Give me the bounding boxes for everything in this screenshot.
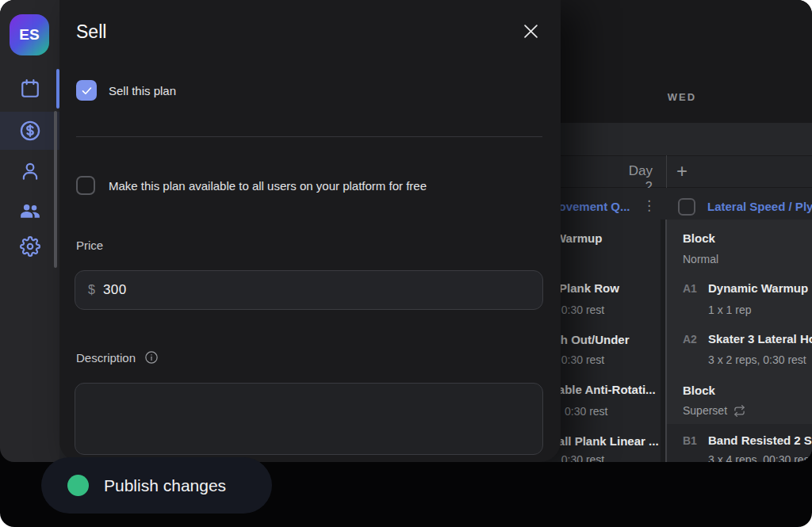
calendar-icon — [20, 78, 40, 99]
checkmark-icon — [81, 85, 93, 97]
exercise-detail: 3 x 4 reps, 00:30 rest — [708, 453, 812, 462]
description-input[interactable] — [75, 383, 543, 455]
exercise-detail: , 0:30 rest — [555, 353, 604, 366]
info-icon[interactable] — [144, 350, 159, 365]
sidebar-item-clients[interactable] — [0, 192, 59, 230]
exercise-name: Band Resisted 2 Step — [708, 433, 812, 447]
modal-title: Sell — [76, 21, 106, 43]
person-icon — [20, 161, 40, 181]
workout-title-link-right[interactable]: Lateral Speed / Plyo — [707, 200, 812, 213]
exercise-name: Plank Row — [559, 281, 619, 295]
app-surface: WED Day 2 + Movement Q... ⋮ Warmup Plank… — [0, 0, 812, 462]
modal-divider — [76, 136, 542, 137]
gear-icon — [20, 236, 40, 257]
sidebar-item-payments[interactable] — [0, 112, 59, 150]
day-column-divider — [666, 155, 667, 188]
sidebar-item-profile[interactable] — [0, 152, 59, 190]
exercise-name: Cable Anti-Rotati... — [550, 383, 656, 396]
block-label: Block — [683, 384, 715, 397]
block-label: Block — [683, 231, 715, 245]
currency-symbol: $ — [88, 283, 95, 297]
free-plan-label: Make this plan available to all users on… — [109, 179, 427, 193]
close-button[interactable] — [522, 22, 539, 40]
sell-this-plan-checkbox[interactable] — [76, 80, 97, 101]
sidebar-item-calendar[interactable] — [0, 70, 59, 108]
sidebar-item-settings[interactable] — [0, 227, 59, 265]
exercise-name: Warmup — [555, 231, 602, 245]
exercise-detail: , 0:30 rest — [555, 304, 604, 316]
block-type: Superset — [683, 404, 745, 417]
exercise-detail: 1 x 1 rep — [708, 304, 751, 316]
column-gap — [661, 220, 665, 462]
price-field: $ — [75, 270, 543, 310]
exercise-detail: 3 x 2 reps, 0:30 rest — [708, 353, 806, 366]
block-type-text: Superset — [683, 404, 727, 417]
status-dot-icon — [67, 475, 89, 496]
app-window: WED Day 2 + Movement Q... ⋮ Warmup Plank… — [0, 0, 812, 527]
block-type: Normal — [683, 253, 718, 265]
scrollbar-thumb[interactable] — [54, 111, 57, 268]
exercise-id: A1 — [683, 282, 697, 295]
price-input[interactable] — [103, 282, 530, 298]
dollar-circle-icon — [19, 120, 41, 142]
superset-repeat-icon — [733, 405, 745, 417]
workspace-avatar[interactable]: ES — [10, 14, 49, 55]
exercise-id: A2 — [683, 333, 697, 346]
description-label: Description — [76, 351, 136, 365]
people-group-icon — [18, 199, 42, 223]
workout-select-checkbox[interactable] — [678, 198, 695, 216]
price-label: Price — [76, 239, 103, 252]
exercise-detail: 0:30 rest — [565, 405, 607, 418]
description-label-row: Description — [76, 350, 159, 365]
exercise-detail: , 0:30 rest — [555, 453, 604, 462]
more-options-icon[interactable]: ⋮ — [642, 197, 656, 214]
add-workout-button[interactable]: + — [671, 160, 693, 182]
free-plan-checkbox[interactable] — [76, 176, 95, 195]
publish-changes-label: Publish changes — [104, 476, 226, 495]
sell-this-plan-label: Sell this plan — [109, 84, 176, 97]
weekday-header: WED — [626, 91, 737, 103]
exercise-name: Ball Plank Linear ... — [550, 434, 659, 448]
sidebar: ES — [0, 0, 59, 462]
exercise-name: Dynamic Warmup — [708, 281, 808, 295]
publish-changes-button[interactable]: Publish changes — [41, 457, 272, 514]
exercise-name: Skater 3 Lateral Hop — [708, 332, 812, 346]
exercise-id: B1 — [683, 434, 697, 447]
workout-title-link-left[interactable]: Movement Q... — [549, 200, 630, 213]
sell-modal: Sell Sell this plan Make this plan avail… — [59, 0, 561, 462]
close-icon — [524, 25, 538, 38]
